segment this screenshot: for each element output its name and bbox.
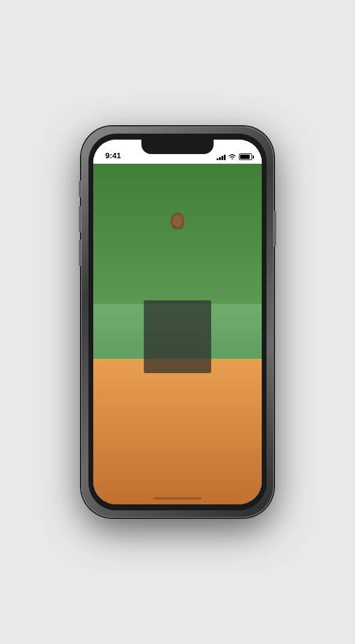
home-bar [153,497,202,500]
screen: 9:41 [93,140,262,504]
signal-icon [217,154,226,160]
battery-icon [239,153,252,160]
volume-down-button[interactable] [79,240,81,266]
wifi-icon [228,153,236,160]
photo-albums-list: All Photos 1,732 › ♥ [93,295,262,493]
content-area: Dynamic Stills [93,188,262,492]
phone-inner-frame: 9:41 [88,134,267,510]
album-portrait[interactable]: Portrait 70 › [93,461,262,493]
silent-button[interactable] [79,181,81,197]
power-button[interactable] [274,211,276,247]
notch [141,140,214,154]
album-portrait-thumb [100,466,132,493]
volume-up-button[interactable] [79,206,81,232]
status-icons [217,153,252,160]
phone-frame: 9:41 [81,126,274,518]
status-time: 9:41 [103,151,121,160]
